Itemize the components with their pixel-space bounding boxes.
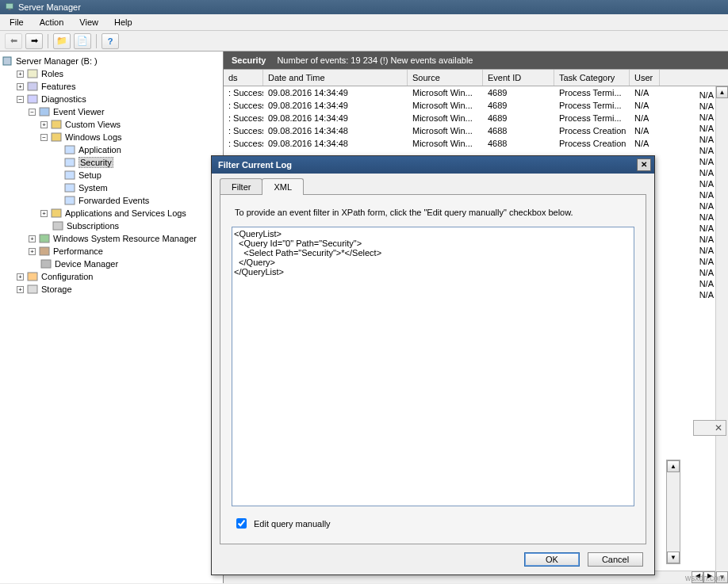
nav-tree[interactable]: Server Manager (B: ) + Roles + Features …	[0, 52, 224, 583]
log-icon	[64, 157, 75, 168]
expand-icon[interactable]: +	[17, 273, 24, 281]
dialog-close-button[interactable]: ✕	[637, 158, 651, 171]
col-source[interactable]: Source	[408, 70, 483, 86]
role-icon	[27, 68, 38, 79]
cell-eventid: 4688	[483, 125, 554, 136]
col-taskcategory[interactable]: Task Category	[554, 70, 630, 86]
menu-view[interactable]: View	[73, 16, 105, 29]
tree-item-diagnostics[interactable]: − Diagnostics	[2, 93, 221, 105]
server-icon	[2, 55, 13, 67]
cell-taskcategory: Process Creation	[554, 138, 630, 149]
vertical-scrollbar[interactable]: ▲ ▼	[715, 86, 728, 583]
col-keywords[interactable]: ds	[224, 70, 263, 86]
scroll-down-icon[interactable]: ▼	[667, 552, 680, 563]
tree-item-forwarded-events[interactable]: Forwarded Events	[2, 194, 221, 207]
event-row[interactable]: : Success 09.08.2016 14:34:48 Microsoft …	[224, 137, 728, 150]
col-eventid[interactable]: Event ID	[483, 70, 554, 86]
properties-button[interactable]: 📄	[74, 33, 91, 49]
xml-hint: To provide an event filter in XPath form…	[232, 206, 634, 219]
col-datetime[interactable]: Date and Time	[263, 70, 408, 86]
cell-user: N/A	[699, 212, 714, 223]
collapse-icon[interactable]: −	[40, 134, 48, 141]
folder-up-button[interactable]: 📁	[53, 33, 71, 49]
tree-item-features[interactable]: + Features	[2, 80, 221, 93]
tree-item-windows-system-resource-manager[interactable]: + Windows System Resource Manager	[2, 232, 221, 245]
collapse-icon[interactable]: −	[17, 96, 24, 103]
perf-icon	[39, 246, 50, 257]
cell-user: N/A	[699, 134, 714, 145]
cell-user: N/A	[699, 101, 714, 112]
expand-icon[interactable]: +	[17, 286, 24, 293]
tree-item-security[interactable]: Security	[2, 156, 221, 169]
cell-user: N/A	[630, 138, 660, 149]
panel-subtitle: Number of events: 19 234 (!) New events …	[277, 55, 473, 65]
edit-manually-checkbox[interactable]	[236, 518, 247, 529]
event-row[interactable]: : Success 09.08.2016 14:34:49 Microsoft …	[224, 99, 728, 112]
panel-title: Security	[232, 55, 266, 65]
cell-datetime: 09.08.2016 14:34:48	[263, 125, 408, 136]
tree-item-subscriptions[interactable]: Subscriptions	[2, 219, 221, 232]
mini-scrollbar[interactable]: ▲ ▼	[666, 460, 680, 564]
cancel-button[interactable]: Cancel	[588, 552, 643, 567]
expand-icon[interactable]: +	[29, 235, 36, 242]
expand-icon[interactable]: +	[40, 121, 48, 128]
expand-icon[interactable]: +	[17, 83, 24, 90]
tree-item-roles[interactable]: + Roles	[2, 67, 221, 80]
column-headers[interactable]: ds Date and Time Source Event ID Task Ca…	[224, 69, 728, 86]
tree-item-system[interactable]: System	[2, 181, 221, 194]
back-button[interactable]: ⬅	[5, 33, 22, 49]
tree-item-storage[interactable]: + Storage	[2, 283, 221, 296]
cell-keywords: : Success	[224, 113, 263, 124]
tree-root[interactable]: Server Manager (B: )	[2, 55, 221, 67]
expand-icon[interactable]: +	[17, 71, 24, 78]
cell-keywords: : Success	[224, 100, 263, 111]
cell-user: N/A	[699, 156, 714, 167]
tree-item-label: Diagnostics	[41, 94, 86, 104]
cell-taskcategory: Process Creation	[554, 125, 630, 136]
scroll-up-icon[interactable]: ▲	[716, 86, 728, 98]
tree-item-label: Setup	[79, 170, 102, 180]
svg-rect-17	[40, 247, 49, 255]
scroll-up-icon[interactable]: ▲	[667, 460, 680, 472]
cell-user: N/A	[630, 113, 660, 124]
menu-action[interactable]: Action	[33, 16, 71, 29]
cell-user: N/A	[699, 167, 714, 178]
expand-icon[interactable]: +	[40, 210, 48, 217]
tree-item-setup[interactable]: Setup	[2, 169, 221, 181]
cell-keywords: : Success	[224, 87, 263, 98]
window-title: Server Manager	[18, 2, 81, 12]
tree-item-configuration[interactable]: + Configuration	[2, 270, 221, 283]
panel-header: Security Number of events: 19 234 (!) Ne…	[224, 52, 728, 69]
close-icon[interactable]: ✕	[715, 422, 722, 433]
tree-item-windows-logs[interactable]: − Windows Logs	[2, 131, 221, 143]
col-user[interactable]: User	[630, 70, 660, 86]
tree-item-applications-and-services-logs[interactable]: + Applications and Services Logs	[2, 207, 221, 219]
forward-button[interactable]: ➡	[25, 33, 43, 49]
event-row[interactable]: : Success 09.08.2016 14:34:49 Microsoft …	[224, 86, 728, 99]
diag-icon	[27, 94, 38, 105]
help-button[interactable]: ?	[102, 33, 119, 49]
tab-filter[interactable]: Filter	[220, 178, 262, 195]
close-panel[interactable]: ✕	[693, 420, 726, 436]
menu-help[interactable]: Help	[108, 16, 139, 29]
collapse-icon[interactable]: −	[29, 109, 36, 116]
svg-rect-9	[65, 146, 75, 154]
cell-keywords: : Success	[224, 125, 263, 136]
dialog-titlebar[interactable]: Filter Current Log ✕	[212, 156, 654, 174]
cell-source: Microsoft Win...	[408, 100, 483, 111]
event-row[interactable]: : Success 09.08.2016 14:34:49 Microsoft …	[224, 112, 728, 124]
xml-query-textarea[interactable]	[232, 227, 634, 506]
tree-item-device-manager[interactable]: Device Manager	[2, 258, 221, 270]
event-row[interactable]: : Success 09.08.2016 14:34:48 Microsoft …	[224, 124, 728, 137]
tree-item-custom-views[interactable]: + Custom Views	[2, 118, 221, 131]
cell-source: Microsoft Win...	[408, 87, 483, 98]
expand-icon[interactable]: +	[29, 248, 36, 255]
tree-item-application[interactable]: Application	[2, 143, 221, 156]
cell-user: N/A	[699, 145, 714, 156]
menu-file[interactable]: File	[3, 16, 30, 29]
tab-xml[interactable]: XML	[262, 178, 304, 195]
tree-item-performance[interactable]: + Performance	[2, 245, 221, 258]
ok-button[interactable]: OK	[524, 552, 580, 567]
tree-item-event-viewer[interactable]: − Event Viewer	[2, 105, 221, 118]
svg-rect-3	[28, 70, 37, 78]
